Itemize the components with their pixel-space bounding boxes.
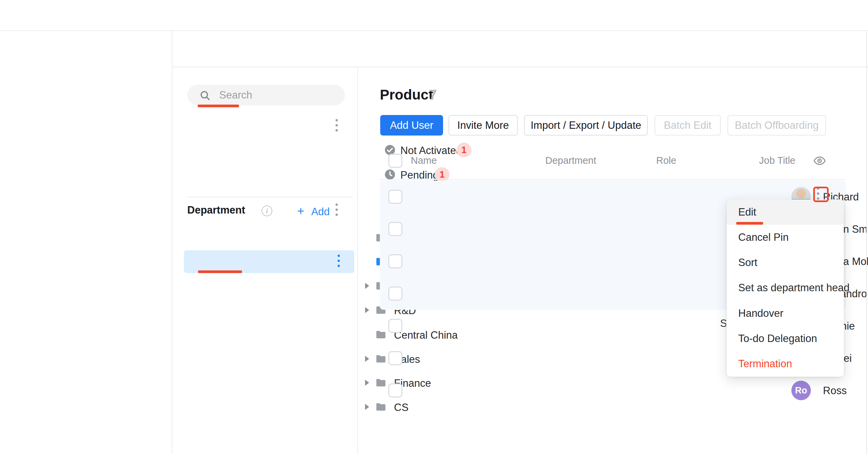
clipped-job-title-text: S (720, 317, 726, 332)
add-label: Add (311, 206, 330, 218)
invite-more-button[interactable]: Invite More (448, 115, 518, 135)
caret-right-icon[interactable] (365, 380, 369, 386)
row-checkbox[interactable] (388, 190, 402, 204)
menu-item-handover[interactable]: Handover (727, 301, 844, 326)
tree-item-rd[interactable]: R&D (178, 298, 356, 322)
info-icon[interactable]: i (261, 206, 272, 216)
menu-item-todo-delegation[interactable]: To-do Delegation (727, 326, 844, 351)
menu-item-set-as-department-head[interactable]: Set as department head (727, 275, 844, 301)
column-header-name[interactable]: Name (411, 155, 437, 166)
product-more-icon[interactable] (338, 254, 340, 267)
tab-bar (173, 31, 868, 67)
row-checkbox[interactable] (388, 254, 402, 268)
row-checkbox[interactable] (388, 222, 402, 236)
tree-item-cs[interactable]: CS (178, 395, 356, 419)
sidebar (0, 31, 173, 454)
all-more-icon[interactable] (336, 119, 338, 131)
clock-icon (384, 169, 396, 181)
tree-item-sales[interactable]: Sales (178, 347, 356, 371)
menu-item-sort[interactable]: Sort (727, 250, 844, 275)
import-export-update-button[interactable]: Import / Export / Update (524, 115, 648, 135)
row-checkbox[interactable] (388, 319, 402, 333)
plus-icon: + (297, 204, 304, 218)
filter-pending[interactable]: Pending 1 (187, 163, 355, 186)
row-checkbox[interactable] (388, 286, 402, 301)
top-header (0, 0, 868, 31)
filter-not-activated[interactable]: Not Activated 1 (187, 139, 355, 161)
filter-all[interactable]: All (187, 115, 355, 137)
caret-right-icon[interactable] (365, 307, 369, 313)
search-placeholder: Search (219, 89, 252, 101)
page-title: Product (380, 87, 433, 103)
caret-right-icon[interactable] (365, 283, 369, 289)
table-row-ross[interactable]: Ro Ross R&D; Product (380, 374, 846, 406)
section-divider (187, 197, 353, 198)
member-count: 7 (429, 87, 437, 103)
annotation-box-more-icon (813, 187, 829, 202)
row-checkbox[interactable] (388, 351, 402, 365)
table-header-border (380, 179, 846, 180)
menu-item-termination[interactable]: Termination (727, 352, 844, 377)
tree-item-ceo[interactable]: CEO (178, 226, 356, 249)
cell-name: Ross (823, 385, 847, 397)
row-actions-menu: Edit Cancel Pin Sort Set as department h… (727, 200, 844, 377)
department-section-title: Department (187, 204, 245, 216)
tree-item-central-china[interactable]: Central China (178, 323, 356, 346)
annotation-underline-edit (736, 222, 763, 225)
caret-right-icon[interactable] (365, 356, 369, 362)
select-all-checkbox[interactable] (388, 154, 402, 168)
add-department-button[interactable]: + Add (297, 204, 330, 218)
org-admin-app: Org Admin MEGA Industrial Co. « Home Use… (0, 0, 868, 454)
column-header-job-title[interactable]: Job Title (759, 155, 796, 166)
row-checkbox[interactable] (388, 383, 402, 397)
annotation-underline-search (198, 104, 239, 107)
batch-edit-button[interactable]: Batch Edit (654, 115, 721, 135)
column-header-role[interactable]: Role (656, 155, 676, 166)
department-more-icon[interactable] (336, 204, 338, 216)
tree-item-marketing[interactable]: Marketing (178, 274, 356, 298)
menu-item-edit[interactable]: Edit (727, 200, 844, 225)
not-activated-badge: 1 (457, 143, 471, 157)
menu-item-cancel-pin[interactable]: Cancel Pin (727, 225, 844, 250)
search-icon (199, 89, 211, 101)
add-user-button[interactable]: Add User (380, 115, 443, 135)
batch-offboarding-button[interactable]: Batch Offboarding (727, 115, 826, 135)
annotation-underline-product (198, 270, 242, 273)
avatar-initials: Ro (792, 381, 811, 400)
caret-right-icon[interactable] (365, 404, 369, 410)
scrollbar-track[interactable] (866, 31, 867, 454)
panel-divider (358, 67, 358, 454)
eye-icon[interactable] (813, 154, 826, 168)
tree-item-finance[interactable]: Finance (178, 371, 356, 394)
column-header-department[interactable]: Department (545, 155, 596, 166)
